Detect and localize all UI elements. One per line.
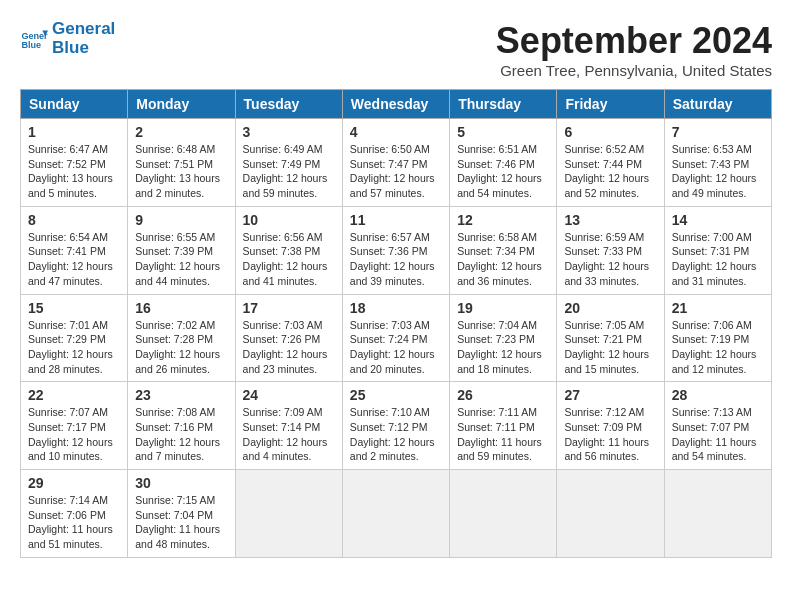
day-number: 5 (457, 124, 549, 140)
calendar-cell: 15Sunrise: 7:01 AMSunset: 7:29 PMDayligh… (21, 294, 128, 382)
day-number: 13 (564, 212, 656, 228)
day-info: Sunrise: 7:01 AMSunset: 7:29 PMDaylight:… (28, 318, 120, 377)
calendar-cell: 27Sunrise: 7:12 AMSunset: 7:09 PMDayligh… (557, 382, 664, 470)
calendar-week-row: 22Sunrise: 7:07 AMSunset: 7:17 PMDayligh… (21, 382, 772, 470)
day-info: Sunrise: 7:10 AMSunset: 7:12 PMDaylight:… (350, 405, 442, 464)
day-number: 18 (350, 300, 442, 316)
calendar-cell: 24Sunrise: 7:09 AMSunset: 7:14 PMDayligh… (235, 382, 342, 470)
day-number: 12 (457, 212, 549, 228)
day-info: Sunrise: 7:15 AMSunset: 7:04 PMDaylight:… (135, 493, 227, 552)
day-info: Sunrise: 7:13 AMSunset: 7:07 PMDaylight:… (672, 405, 764, 464)
day-info: Sunrise: 7:14 AMSunset: 7:06 PMDaylight:… (28, 493, 120, 552)
day-number: 27 (564, 387, 656, 403)
location-subtitle: Green Tree, Pennsylvania, United States (496, 62, 772, 79)
calendar-cell: 17Sunrise: 7:03 AMSunset: 7:26 PMDayligh… (235, 294, 342, 382)
col-header-monday: Monday (128, 90, 235, 119)
calendar-cell: 21Sunrise: 7:06 AMSunset: 7:19 PMDayligh… (664, 294, 771, 382)
day-number: 29 (28, 475, 120, 491)
day-number: 19 (457, 300, 549, 316)
calendar-cell: 30Sunrise: 7:15 AMSunset: 7:04 PMDayligh… (128, 470, 235, 558)
day-info: Sunrise: 6:57 AMSunset: 7:36 PMDaylight:… (350, 230, 442, 289)
day-info: Sunrise: 6:59 AMSunset: 7:33 PMDaylight:… (564, 230, 656, 289)
calendar-cell (342, 470, 449, 558)
day-number: 11 (350, 212, 442, 228)
day-info: Sunrise: 6:53 AMSunset: 7:43 PMDaylight:… (672, 142, 764, 201)
col-header-wednesday: Wednesday (342, 90, 449, 119)
calendar-cell: 2Sunrise: 6:48 AMSunset: 7:51 PMDaylight… (128, 119, 235, 207)
calendar-cell: 19Sunrise: 7:04 AMSunset: 7:23 PMDayligh… (450, 294, 557, 382)
day-number: 20 (564, 300, 656, 316)
day-info: Sunrise: 6:52 AMSunset: 7:44 PMDaylight:… (564, 142, 656, 201)
day-number: 28 (672, 387, 764, 403)
day-number: 8 (28, 212, 120, 228)
calendar-header-row: SundayMondayTuesdayWednesdayThursdayFrid… (21, 90, 772, 119)
day-info: Sunrise: 7:07 AMSunset: 7:17 PMDaylight:… (28, 405, 120, 464)
calendar-cell: 10Sunrise: 6:56 AMSunset: 7:38 PMDayligh… (235, 206, 342, 294)
day-number: 24 (243, 387, 335, 403)
day-info: Sunrise: 7:09 AMSunset: 7:14 PMDaylight:… (243, 405, 335, 464)
day-number: 23 (135, 387, 227, 403)
calendar-cell: 12Sunrise: 6:58 AMSunset: 7:34 PMDayligh… (450, 206, 557, 294)
calendar-cell: 7Sunrise: 6:53 AMSunset: 7:43 PMDaylight… (664, 119, 771, 207)
day-number: 7 (672, 124, 764, 140)
day-info: Sunrise: 6:49 AMSunset: 7:49 PMDaylight:… (243, 142, 335, 201)
day-info: Sunrise: 7:08 AMSunset: 7:16 PMDaylight:… (135, 405, 227, 464)
logo: General Blue General Blue (20, 20, 115, 57)
day-number: 17 (243, 300, 335, 316)
day-info: Sunrise: 6:51 AMSunset: 7:46 PMDaylight:… (457, 142, 549, 201)
day-info: Sunrise: 7:00 AMSunset: 7:31 PMDaylight:… (672, 230, 764, 289)
day-number: 6 (564, 124, 656, 140)
calendar-cell: 16Sunrise: 7:02 AMSunset: 7:28 PMDayligh… (128, 294, 235, 382)
calendar-week-row: 29Sunrise: 7:14 AMSunset: 7:06 PMDayligh… (21, 470, 772, 558)
day-number: 14 (672, 212, 764, 228)
col-header-friday: Friday (557, 90, 664, 119)
day-number: 1 (28, 124, 120, 140)
day-info: Sunrise: 6:54 AMSunset: 7:41 PMDaylight:… (28, 230, 120, 289)
calendar-cell (557, 470, 664, 558)
day-info: Sunrise: 7:12 AMSunset: 7:09 PMDaylight:… (564, 405, 656, 464)
svg-text:Blue: Blue (21, 40, 41, 50)
day-number: 10 (243, 212, 335, 228)
day-info: Sunrise: 7:03 AMSunset: 7:26 PMDaylight:… (243, 318, 335, 377)
logo-icon: General Blue (20, 25, 48, 53)
day-number: 22 (28, 387, 120, 403)
logo-line2: Blue (52, 39, 115, 58)
day-number: 4 (350, 124, 442, 140)
calendar-week-row: 1Sunrise: 6:47 AMSunset: 7:52 PMDaylight… (21, 119, 772, 207)
calendar-cell: 22Sunrise: 7:07 AMSunset: 7:17 PMDayligh… (21, 382, 128, 470)
calendar-cell: 13Sunrise: 6:59 AMSunset: 7:33 PMDayligh… (557, 206, 664, 294)
logo-line1: General (52, 20, 115, 39)
day-info: Sunrise: 6:55 AMSunset: 7:39 PMDaylight:… (135, 230, 227, 289)
calendar-cell: 11Sunrise: 6:57 AMSunset: 7:36 PMDayligh… (342, 206, 449, 294)
day-info: Sunrise: 7:03 AMSunset: 7:24 PMDaylight:… (350, 318, 442, 377)
calendar-cell (235, 470, 342, 558)
day-info: Sunrise: 7:11 AMSunset: 7:11 PMDaylight:… (457, 405, 549, 464)
calendar-table: SundayMondayTuesdayWednesdayThursdayFrid… (20, 89, 772, 558)
calendar-cell: 9Sunrise: 6:55 AMSunset: 7:39 PMDaylight… (128, 206, 235, 294)
calendar-week-row: 15Sunrise: 7:01 AMSunset: 7:29 PMDayligh… (21, 294, 772, 382)
day-number: 15 (28, 300, 120, 316)
calendar-cell (450, 470, 557, 558)
day-number: 3 (243, 124, 335, 140)
day-info: Sunrise: 6:58 AMSunset: 7:34 PMDaylight:… (457, 230, 549, 289)
title-area: September 2024 Green Tree, Pennsylvania,… (496, 20, 772, 79)
day-number: 30 (135, 475, 227, 491)
day-number: 16 (135, 300, 227, 316)
day-number: 21 (672, 300, 764, 316)
calendar-cell: 4Sunrise: 6:50 AMSunset: 7:47 PMDaylight… (342, 119, 449, 207)
day-number: 9 (135, 212, 227, 228)
day-info: Sunrise: 6:56 AMSunset: 7:38 PMDaylight:… (243, 230, 335, 289)
day-number: 26 (457, 387, 549, 403)
day-info: Sunrise: 7:05 AMSunset: 7:21 PMDaylight:… (564, 318, 656, 377)
calendar-cell: 28Sunrise: 7:13 AMSunset: 7:07 PMDayligh… (664, 382, 771, 470)
day-info: Sunrise: 6:47 AMSunset: 7:52 PMDaylight:… (28, 142, 120, 201)
calendar-cell: 18Sunrise: 7:03 AMSunset: 7:24 PMDayligh… (342, 294, 449, 382)
calendar-cell: 23Sunrise: 7:08 AMSunset: 7:16 PMDayligh… (128, 382, 235, 470)
calendar-cell: 14Sunrise: 7:00 AMSunset: 7:31 PMDayligh… (664, 206, 771, 294)
col-header-thursday: Thursday (450, 90, 557, 119)
calendar-cell: 26Sunrise: 7:11 AMSunset: 7:11 PMDayligh… (450, 382, 557, 470)
day-number: 25 (350, 387, 442, 403)
calendar-week-row: 8Sunrise: 6:54 AMSunset: 7:41 PMDaylight… (21, 206, 772, 294)
calendar-cell: 5Sunrise: 6:51 AMSunset: 7:46 PMDaylight… (450, 119, 557, 207)
calendar-cell: 6Sunrise: 6:52 AMSunset: 7:44 PMDaylight… (557, 119, 664, 207)
